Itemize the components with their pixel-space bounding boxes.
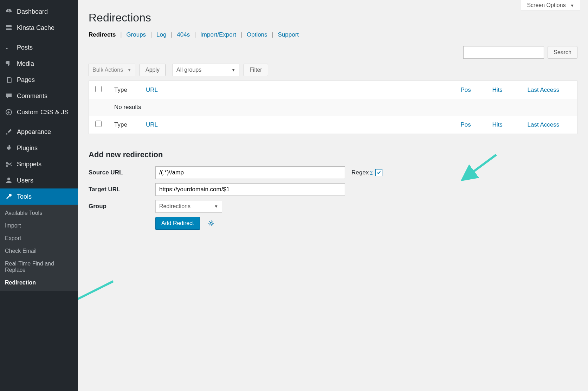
tab-separator: |	[192, 31, 199, 38]
submenu-redirection[interactable]: Redirection	[0, 276, 78, 289]
caret-down-icon: ▼	[214, 204, 218, 209]
source-url-label: Source URL	[89, 169, 155, 176]
tab-options[interactable]: Options	[247, 31, 267, 38]
search-button[interactable]: Search	[548, 46, 577, 59]
table-footer-row: Type URL Pos Hits Last Access	[89, 116, 577, 134]
filter-button[interactable]: Filter	[244, 64, 268, 76]
col-url[interactable]: URL	[140, 81, 454, 99]
advanced-options-toggle[interactable]	[206, 218, 216, 228]
media-icon	[5, 60, 13, 68]
add-redirect-button[interactable]: Add Redirect	[155, 217, 200, 230]
sidebar-item-comments[interactable]: Comments	[0, 88, 78, 104]
svg-point-5	[6, 162, 8, 164]
sidebar-item-label: Appearance	[17, 128, 51, 136]
sidebar-item-label: Kinsta Cache	[17, 24, 54, 32]
sidebar-item-label: Comments	[17, 92, 47, 100]
tab-support[interactable]: Support	[278, 31, 299, 38]
submenu-check-email[interactable]: Check Email	[0, 245, 78, 257]
col-type: Type	[108, 116, 140, 134]
caret-down-icon: ▼	[231, 68, 235, 72]
target-url-input[interactable]	[155, 183, 345, 196]
pin-icon	[5, 44, 13, 51]
select-all-checkbox-footer[interactable]	[95, 121, 102, 127]
group-select-label: Group	[89, 203, 155, 210]
group-filter-label: All groups	[176, 67, 201, 73]
plugin-tabs: Redirects | Groups | Log | 404s | Import…	[89, 31, 577, 38]
sidebar-item-label: Plugins	[17, 145, 38, 152]
sidebar-item-kinsta-cache[interactable]: Kinsta Cache	[0, 20, 78, 36]
main-content: Screen Options ▼ Redirections Redirects …	[78, 0, 588, 391]
col-pos[interactable]: Pos	[454, 116, 486, 134]
sidebar-item-label: Dashboard	[17, 8, 48, 15]
col-hits[interactable]: Hits	[486, 116, 521, 134]
menu-separator	[0, 120, 78, 124]
scissors-icon	[5, 160, 13, 168]
sidebar-item-label: Custom CSS & JS	[17, 109, 69, 116]
svg-rect-3	[8, 78, 11, 83]
apply-button[interactable]: Apply	[140, 64, 166, 76]
sidebar-item-users[interactable]: Users	[0, 172, 78, 188]
tab-log[interactable]: Log	[156, 31, 166, 38]
group-select[interactable]: Redirections ▼	[155, 200, 222, 213]
sidebar-item-appearance[interactable]: Appearance	[0, 124, 78, 140]
submenu-export[interactable]: Export	[0, 232, 78, 245]
tab-redirects[interactable]: Redirects	[89, 31, 116, 38]
col-type: Type	[108, 81, 140, 99]
col-url[interactable]: URL	[140, 116, 454, 134]
sidebar-item-media[interactable]: Media	[0, 56, 78, 72]
col-last[interactable]: Last Access	[521, 81, 577, 99]
col-last[interactable]: Last Access	[521, 116, 577, 134]
tab-separator: |	[168, 31, 175, 38]
regex-label-text: Regex	[351, 169, 369, 176]
sidebar-item-posts[interactable]: Posts	[0, 39, 78, 56]
wrench-icon	[5, 193, 13, 200]
caret-down-icon: ▼	[570, 3, 574, 8]
annotation-arrow-redirection	[78, 278, 120, 316]
table-empty-row: No results	[89, 99, 577, 116]
bulk-actions-select[interactable]: Bulk Actions ▼	[89, 64, 135, 76]
tab-separator: |	[269, 31, 276, 38]
source-url-input[interactable]	[155, 166, 345, 179]
sidebar-item-snippets[interactable]: Snippets	[0, 156, 78, 172]
sidebar-item-plugins[interactable]: Plugins	[0, 140, 78, 156]
tab-import-export[interactable]: Import/Export	[200, 31, 236, 38]
col-pos[interactable]: Pos	[454, 81, 486, 99]
sidebar-item-pages[interactable]: Pages	[0, 72, 78, 88]
tab-separator: |	[148, 31, 155, 38]
select-all-checkbox[interactable]	[95, 86, 102, 92]
add-redirection-heading: Add new redirection	[89, 150, 577, 159]
sidebar-item-label: Posts	[17, 44, 33, 51]
sidebar-submenu-tools: Available Tools Import Export Check Emai…	[0, 205, 78, 291]
sidebar-item-tools[interactable]: Tools	[0, 188, 78, 205]
plug-icon	[5, 144, 13, 152]
user-icon	[5, 177, 13, 184]
comment-icon	[5, 92, 13, 100]
screen-options-toggle[interactable]: Screen Options ▼	[521, 0, 580, 11]
source-url-row: Source URL Regex ?	[89, 166, 577, 179]
regex-checkbox[interactable]	[375, 169, 382, 176]
sidebar-item-label: Users	[17, 177, 33, 184]
tab-404s[interactable]: 404s	[177, 31, 190, 38]
table-header-row: Type URL Pos Hits Last Access	[89, 81, 577, 99]
submenu-available-tools[interactable]: Available Tools	[0, 207, 78, 219]
svg-point-7	[7, 178, 10, 180]
admin-sidebar: Dashboard Kinsta Cache Posts Media Pages…	[0, 0, 78, 391]
target-url-row: Target URL	[89, 183, 577, 196]
search-input[interactable]	[463, 46, 544, 59]
server-icon	[5, 24, 13, 32]
sidebar-item-label: Snippets	[17, 161, 41, 168]
col-hits[interactable]: Hits	[486, 81, 521, 99]
redirects-table: Type URL Pos Hits Last Access No results…	[89, 81, 577, 134]
page-title: Redirections	[89, 11, 577, 24]
submenu-find-replace[interactable]: Real-Time Find and Replace	[0, 257, 78, 276]
tab-groups[interactable]: Groups	[126, 31, 146, 38]
screen-options-label: Screen Options	[527, 2, 566, 8]
sidebar-item-custom-css-js[interactable]: Custom CSS & JS	[0, 104, 78, 120]
regex-help-link[interactable]: ?	[370, 170, 373, 175]
sidebar-item-dashboard[interactable]: Dashboard	[0, 4, 78, 20]
svg-rect-1	[6, 28, 12, 30]
target-url-label: Target URL	[89, 186, 155, 193]
submenu-import[interactable]: Import	[0, 219, 78, 232]
dashboard-icon	[5, 8, 13, 15]
group-filter-select[interactable]: All groups ▼	[173, 64, 239, 76]
